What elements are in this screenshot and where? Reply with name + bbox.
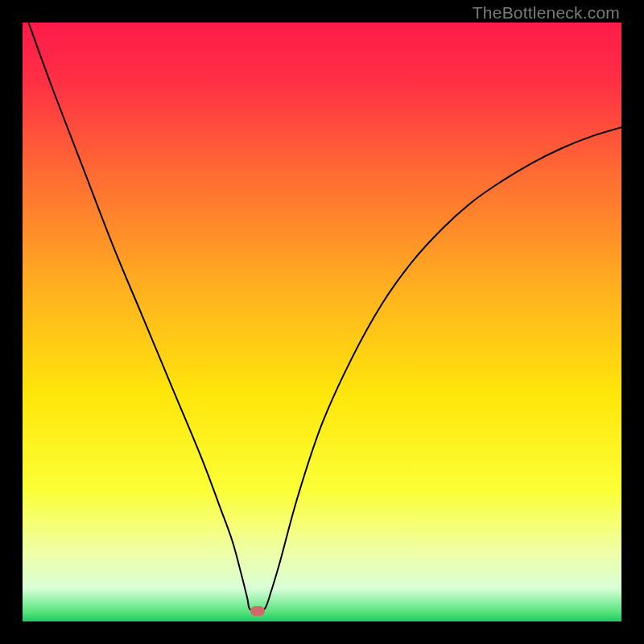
bottleneck-curve-path — [28, 23, 621, 610]
min-marker — [250, 606, 265, 616]
watermark-text: TheBottleneck.com — [473, 3, 620, 23]
curve-svg — [23, 23, 621, 621]
plot-area — [23, 23, 621, 621]
chart-frame: TheBottleneck.com — [0, 0, 644, 644]
